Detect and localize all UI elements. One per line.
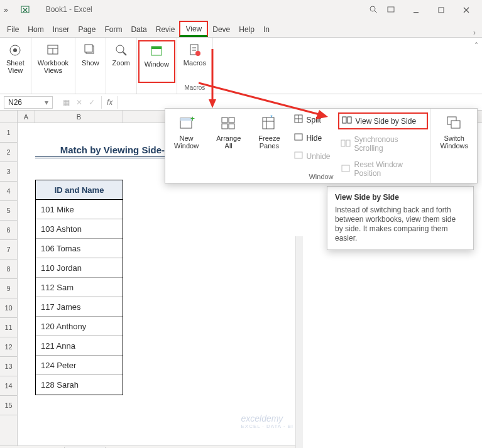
sheet-view-label: Sheet View — [6, 59, 25, 74]
titlebar: » Book1 - Excel — [0, 0, 482, 20]
column-header[interactable]: B — [35, 111, 123, 123]
row-header[interactable]: 14 — [0, 376, 17, 396]
zoom-label: Zoom — [112, 59, 130, 67]
switch-windows-button[interactable]: Switch Windows — [435, 112, 473, 152]
svg-rect-3 — [388, 7, 394, 12]
row-header[interactable]: 2 — [0, 143, 17, 162]
overflow-icon[interactable]: » — [4, 6, 8, 14]
ribbon-tabs: File Hom Inser Page Form Data Revie View… — [0, 20, 482, 38]
ribbon-collapse-icon[interactable]: ˄ — [471, 38, 482, 54]
table-cell[interactable]: 128 Sarah — [36, 375, 123, 395]
table-cell[interactable]: 124 Peter — [36, 356, 123, 375]
tab-insert[interactable]: Inser — [48, 21, 74, 37]
zoom-button[interactable]: Zoom — [107, 40, 135, 83]
svg-line-2 — [375, 11, 377, 13]
row-header[interactable]: 15 — [0, 396, 17, 415]
svg-rect-39 — [342, 117, 346, 123]
ribbon-display-icon[interactable] — [386, 5, 395, 16]
sheet-view-icon — [8, 43, 23, 58]
row-header[interactable]: 6 — [0, 221, 17, 240]
svg-rect-38 — [295, 152, 302, 158]
tab-view[interactable]: View — [179, 21, 208, 37]
svg-rect-45 — [451, 121, 460, 128]
table-cell[interactable]: 117 James — [36, 297, 123, 317]
tab-file[interactable]: File — [3, 21, 23, 37]
table-cell[interactable]: 106 Tomas — [36, 239, 123, 258]
column-header[interactable]: A — [18, 111, 35, 123]
table-header[interactable]: ID and Name — [36, 180, 123, 200]
fx-label[interactable]: fx — [101, 96, 118, 109]
tab-home[interactable]: Hom — [23, 21, 48, 37]
watermark: exceldemy EXCEL · DATA · BI — [241, 413, 293, 429]
row-header[interactable]: 8 — [0, 260, 17, 279]
svg-rect-40 — [348, 117, 351, 123]
tab-review[interactable]: Revie — [151, 21, 180, 37]
data-table: ID and Name 101 Mike103 Ashton106 Tomas1… — [35, 180, 123, 395]
unhide-button: Unhide — [292, 149, 333, 163]
freeze-panes-label: Freeze Panes — [258, 134, 280, 150]
sync-scroll-label: Synchronous Scrolling — [354, 135, 426, 153]
hide-label: Hide — [307, 134, 322, 143]
tab-inquire[interactable]: In — [259, 21, 274, 37]
table-cell[interactable]: 101 Mike — [36, 200, 123, 219]
row-header[interactable]: 13 — [0, 357, 17, 376]
table-cell[interactable]: 103 Ashton — [36, 219, 123, 239]
column-header[interactable] — [0, 111, 18, 123]
close-button[interactable] — [454, 3, 478, 18]
arrange-all-label: Arrange All — [216, 134, 241, 150]
window-title: Book1 - Excel — [46, 5, 92, 16]
macros-icon — [187, 43, 202, 58]
sheet-view-button[interactable]: Sheet View — [1, 40, 30, 83]
row-header[interactable]: 10 — [0, 298, 17, 318]
name-box-value: N26 — [8, 98, 22, 107]
workbook-views-label: Workbook Views — [38, 59, 68, 74]
workbook-views-button[interactable]: Workbook Views — [33, 40, 74, 83]
chevron-down-icon[interactable]: ▾ — [45, 98, 48, 107]
search-icon[interactable] — [369, 5, 378, 16]
row-header[interactable]: 11 — [0, 318, 17, 337]
row-header[interactable]: 3 — [0, 162, 17, 182]
row-header[interactable]: 1 — [0, 123, 17, 143]
annotation-arrow-2 — [199, 82, 328, 121]
row-headers: 123456789101112131415 — [0, 123, 18, 445]
switch-windows-icon — [446, 115, 463, 133]
switch-windows-label: Switch Windows — [440, 134, 468, 150]
svg-point-1 — [370, 6, 375, 11]
table-cell[interactable]: 120 Anthony — [36, 317, 123, 336]
view-side-by-side-button[interactable]: View Side by Side — [338, 112, 429, 129]
show-button[interactable]: Show — [77, 40, 104, 83]
svg-marker-49 — [315, 110, 328, 119]
tab-data[interactable]: Data — [126, 21, 151, 37]
svg-point-22 — [195, 51, 200, 56]
tab-developer[interactable]: Deve — [208, 21, 234, 37]
row-header[interactable]: 12 — [0, 337, 17, 357]
show-icon — [83, 43, 98, 58]
row-header[interactable]: 9 — [0, 279, 17, 298]
table-cell[interactable]: 121 Anna — [36, 336, 123, 356]
tab-page[interactable]: Page — [74, 21, 100, 37]
table-cell[interactable]: 110 Jordan — [36, 258, 123, 278]
window-button[interactable]: Window — [138, 40, 175, 83]
row-header[interactable]: 4 — [0, 182, 17, 201]
tab-help[interactable]: Help — [234, 21, 259, 37]
tooltip-title: View Side by Side — [335, 193, 466, 202]
row-header[interactable]: 5 — [0, 201, 17, 221]
tab-scroll-right[interactable]: › — [469, 28, 479, 37]
unhide-icon — [294, 151, 303, 161]
svg-rect-5 — [439, 8, 444, 13]
maximize-button[interactable] — [429, 3, 453, 18]
cancel-icon[interactable]: ✕ — [76, 98, 82, 107]
minimize-button[interactable] — [404, 3, 428, 18]
hide-button[interactable]: Hide — [292, 131, 333, 145]
name-box[interactable]: N26 ▾ — [4, 96, 53, 109]
synchronous-scrolling-button: Synchronous Scrolling — [338, 133, 429, 155]
enter-icon[interactable]: ✓ — [89, 98, 95, 107]
macros-button[interactable]: Macros — [178, 40, 211, 83]
table-cell[interactable]: 112 Sam — [36, 278, 123, 297]
tab-formulas[interactable]: Form — [100, 21, 126, 37]
hide-icon — [294, 133, 303, 143]
grid-toggle-icon[interactable]: ▦ — [63, 98, 70, 107]
window-label: Window — [145, 60, 169, 68]
row-header[interactable]: 7 — [0, 240, 17, 260]
vertical-scrollbar[interactable] — [295, 236, 303, 448]
